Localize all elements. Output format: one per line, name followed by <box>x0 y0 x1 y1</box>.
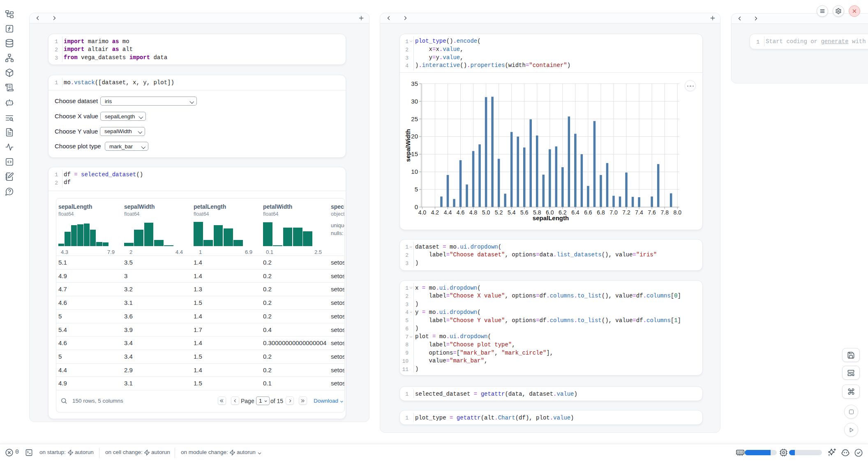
svg-text:0: 0 <box>415 203 418 210</box>
svg-text:5.4: 5.4 <box>508 209 516 216</box>
svg-text:20: 20 <box>411 133 418 140</box>
svg-text:5: 5 <box>415 186 418 193</box>
svg-text:4.8: 4.8 <box>469 209 478 216</box>
svg-text:8.0: 8.0 <box>673 209 681 216</box>
svg-text:4.2: 4.2 <box>431 209 439 216</box>
svg-text:7.0: 7.0 <box>609 209 618 216</box>
svg-text:6.4: 6.4 <box>571 209 579 216</box>
svg-text:7.6: 7.6 <box>648 209 656 216</box>
svg-text:30: 30 <box>411 98 418 105</box>
svg-text:10: 10 <box>411 168 418 175</box>
svg-text:35: 35 <box>411 80 418 87</box>
svg-text:6.6: 6.6 <box>584 209 592 216</box>
svg-text:25: 25 <box>411 115 418 122</box>
svg-text:7.2: 7.2 <box>622 209 630 216</box>
svg-text:sepalLength: sepalLength <box>533 214 569 221</box>
svg-text:7.8: 7.8 <box>660 209 669 216</box>
svg-text:5.0: 5.0 <box>482 209 490 216</box>
svg-text:4.4: 4.4 <box>444 209 452 216</box>
svg-text:5.6: 5.6 <box>520 209 529 216</box>
svg-text:15: 15 <box>411 150 418 157</box>
svg-text:4.0: 4.0 <box>418 209 427 216</box>
svg-text:5.2: 5.2 <box>495 209 503 216</box>
svg-text:7.4: 7.4 <box>635 209 643 216</box>
svg-text:4.6: 4.6 <box>457 209 465 216</box>
svg-text:sepalWidth: sepalWidth <box>404 129 411 162</box>
svg-text:6.8: 6.8 <box>597 209 605 216</box>
